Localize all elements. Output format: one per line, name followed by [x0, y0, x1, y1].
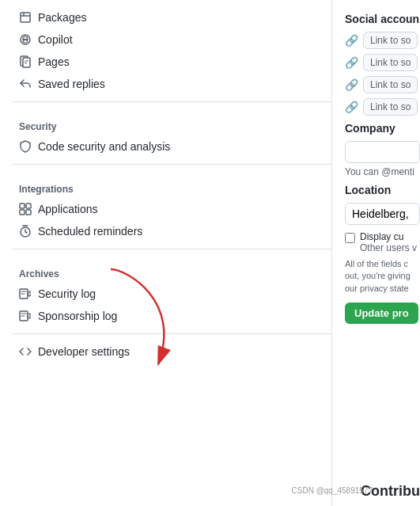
- svg-rect-9: [26, 210, 31, 215]
- sponsorship-log-icon: [19, 310, 32, 322]
- link-row-4: 🔗 Link to so: [345, 98, 420, 116]
- sidebar-item-sponsorship-log-label: Sponsorship log: [38, 310, 117, 322]
- display-checkbox-row: Display cu Other users v: [345, 231, 420, 253]
- code-icon: [19, 345, 32, 358]
- copilot-icon: [19, 33, 32, 46]
- link-box-4[interactable]: Link to so: [363, 98, 418, 116]
- sidebar-item-packages[interactable]: Packages: [13, 6, 331, 29]
- reply-icon: [19, 78, 32, 90]
- link-row-1: 🔗 Link to so: [345, 32, 420, 49]
- link-box-2[interactable]: Link to so: [363, 54, 418, 71]
- info-text: All of the fields c out, you're giving o…: [345, 258, 420, 295]
- security-log-icon: [19, 287, 32, 300]
- sidebar-item-packages-label: Packages: [38, 11, 86, 24]
- link-row-3: 🔗 Link to so: [345, 76, 420, 93]
- social-accounts-title: Social accoun: [345, 13, 420, 25]
- sidebar-item-scheduled-reminders[interactable]: Scheduled reminders: [13, 220, 331, 242]
- clock-icon: [19, 225, 32, 238]
- svg-point-2: [24, 39, 25, 40]
- sidebar-item-copilot[interactable]: Copilot: [13, 29, 331, 51]
- divider-4: [13, 333, 331, 334]
- shield-icon: [19, 140, 32, 153]
- sidebar-item-copilot-label: Copilot: [38, 33, 73, 46]
- archives-section-header: Archives: [13, 256, 331, 283]
- sidebar-item-saved-replies-label: Saved replies: [38, 78, 105, 90]
- link-row-2: 🔗 Link to so: [345, 54, 420, 71]
- sidebar-item-pages[interactable]: Pages: [13, 51, 331, 73]
- sidebar-item-code-security[interactable]: Code security and analysis: [13, 135, 331, 158]
- location-input[interactable]: [345, 203, 420, 225]
- company-title: Company: [345, 122, 420, 135]
- svg-rect-6: [20, 204, 25, 208]
- sidebar-item-sponsorship-log[interactable]: Sponsorship log: [13, 305, 331, 327]
- update-profile-button[interactable]: Update pro: [345, 302, 418, 324]
- company-input[interactable]: [345, 141, 420, 163]
- svg-rect-8: [20, 210, 25, 215]
- mention-text: You can @menti: [345, 166, 420, 177]
- sidebar-item-applications[interactable]: Applications: [13, 198, 331, 220]
- sidebar-item-security-log-label: Security log: [38, 287, 96, 300]
- sidebar: Packages Copilot Pages: [0, 0, 332, 506]
- divider-3: [13, 249, 331, 249]
- location-title: Location: [345, 184, 420, 196]
- apps-icon: [19, 203, 32, 215]
- pages-icon: [19, 55, 32, 68]
- watermark: CSDN @qq_45891577: [292, 486, 373, 495]
- divider-1: [13, 101, 331, 102]
- sidebar-item-developer-settings[interactable]: Developer settings: [13, 341, 331, 363]
- sidebar-item-code-security-label: Code security and analysis: [38, 140, 170, 153]
- svg-rect-0: [21, 13, 30, 22]
- sidebar-item-security-log[interactable]: Security log: [13, 283, 331, 305]
- sidebar-item-developer-settings-label: Developer settings: [38, 345, 130, 358]
- svg-point-3: [26, 39, 28, 40]
- security-section-header: Security: [13, 108, 331, 135]
- link-box-3[interactable]: Link to so: [363, 76, 418, 93]
- divider-2: [13, 164, 331, 165]
- package-icon: [19, 11, 32, 24]
- display-checkbox[interactable]: [345, 233, 355, 243]
- sidebar-item-saved-replies[interactable]: Saved replies: [13, 73, 331, 95]
- link-icon-4: 🔗: [345, 101, 358, 113]
- display-checkbox-label: Display cu: [360, 231, 417, 242]
- sidebar-item-pages-label: Pages: [38, 55, 70, 68]
- link-icon-1: 🔗: [345, 34, 358, 47]
- link-box-1[interactable]: Link to so: [363, 32, 418, 49]
- integrations-section-header: Integrations: [13, 171, 331, 198]
- sidebar-item-applications-label: Applications: [38, 203, 98, 215]
- svg-rect-7: [26, 204, 31, 208]
- display-checkbox-sublabel: Other users v: [360, 242, 417, 253]
- right-panel: Social accoun 🔗 Link to so 🔗 Link to so …: [332, 0, 420, 506]
- link-icon-2: 🔗: [345, 56, 358, 69]
- link-icon-3: 🔗: [345, 78, 358, 91]
- sidebar-item-scheduled-reminders-label: Scheduled reminders: [38, 225, 142, 238]
